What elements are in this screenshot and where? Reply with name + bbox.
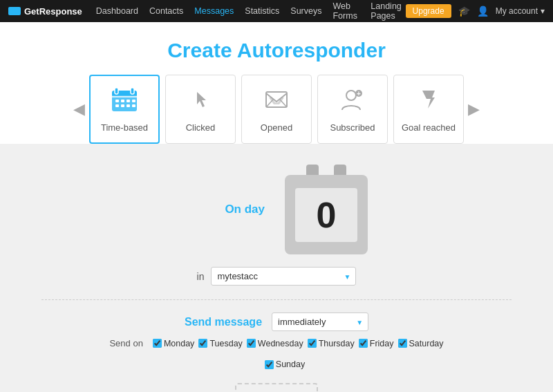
goal-reached-label: Goal reached [402, 122, 456, 133]
type-selector: Time-based Clicked Opened [89, 75, 464, 144]
day-saturday[interactable]: Saturday [398, 339, 444, 348]
opened-icon [263, 86, 290, 118]
nav-landing-pages[interactable]: Landing Pages [371, 1, 405, 21]
on-day-label: On day [182, 203, 265, 216]
tuesday-checkbox[interactable] [198, 339, 207, 348]
svg-rect-8 [132, 100, 135, 102]
send-message-select[interactable]: immediately at specific time [272, 312, 368, 331]
type-card-time-based[interactable]: Time-based [89, 75, 160, 144]
message-placeholder: 🖼 [235, 383, 318, 392]
day-thursday[interactable]: Thursday [308, 339, 355, 348]
send-message-row: Send message immediately at specific tim… [0, 312, 553, 331]
nav-surveys[interactable]: Surveys [290, 6, 321, 16]
clicked-icon [187, 86, 214, 118]
page-header: Create Autoresponder [0, 22, 553, 75]
account-label: My account [496, 6, 538, 16]
day-friday[interactable]: Friday [359, 339, 394, 348]
send-on-row-2: Sunday [0, 360, 553, 369]
logo-text: GetResponse [24, 6, 82, 17]
day-tuesday[interactable]: Tuesday [198, 339, 242, 348]
logo-icon [8, 7, 21, 15]
monday-checkbox[interactable] [153, 339, 162, 348]
svg-rect-11 [126, 104, 130, 107]
friday-checkbox[interactable] [359, 339, 368, 348]
day-wednesday[interactable]: Wednesday [247, 339, 303, 348]
type-card-goal-reached[interactable]: Goal reached [393, 75, 464, 144]
nav-messages[interactable]: Messages [194, 6, 234, 16]
svg-rect-2 [131, 88, 134, 94]
on-day-row: On day 0 [0, 165, 553, 254]
account-menu[interactable]: My account ▾ [496, 6, 545, 16]
nav-contacts[interactable]: Contacts [149, 6, 183, 16]
send-message-select-wrapper: immediately at specific time [272, 312, 368, 331]
next-arrow[interactable]: ▶ [464, 100, 484, 118]
send-message-label: Send message [185, 316, 262, 328]
svg-rect-1 [115, 88, 118, 94]
nav-webforms[interactable]: Web Forms [332, 1, 359, 21]
top-right-actions: Upgrade 🎓 👤 My account ▾ [406, 4, 545, 18]
clicked-label: Clicked [186, 122, 216, 133]
user-icon: 👤 [477, 6, 489, 17]
send-on-label: Send on [109, 338, 142, 348]
type-card-subscribed[interactable]: + Subscribed [317, 75, 388, 144]
thursday-checkbox[interactable] [308, 339, 317, 348]
svg-rect-3 [112, 95, 137, 111]
svg-rect-12 [132, 104, 135, 107]
in-label: in [197, 271, 205, 282]
saturday-checkbox[interactable] [398, 339, 407, 348]
section-divider [41, 299, 512, 300]
nav-dashboard[interactable]: Dashboard [96, 6, 138, 16]
time-based-icon [111, 86, 138, 118]
in-select-wrapper: mytestacc [211, 267, 356, 286]
prev-arrow[interactable]: ◀ [69, 100, 89, 118]
type-card-opened[interactable]: Opened [241, 75, 312, 144]
type-card-clicked[interactable]: Clicked [165, 75, 236, 144]
goal-reached-icon [415, 86, 442, 118]
cal-body: 0 [285, 175, 368, 254]
day-value: 0 [317, 194, 337, 236]
svg-rect-6 [121, 100, 124, 102]
form-area: On day 0 in mytestacc Send message [0, 144, 553, 392]
wednesday-checkbox[interactable] [247, 339, 256, 348]
upgrade-button[interactable]: Upgrade [406, 4, 451, 18]
svg-text:+: + [357, 90, 361, 97]
main-menu: Dashboard Contacts Messages Statistics S… [96, 1, 406, 21]
nav-statistics[interactable]: Statistics [245, 6, 279, 16]
page-title: Create Autoresponder [0, 39, 553, 62]
logo: GetResponse [8, 6, 82, 17]
svg-rect-5 [115, 100, 119, 102]
cal-inner: 0 [295, 188, 357, 242]
subscribed-label: Subscribed [330, 122, 375, 133]
time-based-label: Time-based [101, 122, 148, 133]
chevron-down-icon: ▾ [541, 6, 545, 16]
sunday-checkbox[interactable] [265, 360, 274, 369]
day-monday[interactable]: Monday [153, 339, 194, 348]
day-sunday[interactable]: Sunday [265, 360, 305, 369]
svg-rect-7 [126, 100, 130, 102]
svg-rect-13 [266, 92, 287, 107]
day-calendar: 0 [281, 165, 371, 254]
top-navigation: GetResponse Dashboard Contacts Messages … [0, 0, 553, 22]
graduation-icon: 🎓 [458, 6, 470, 17]
svg-point-14 [346, 91, 356, 100]
svg-rect-9 [115, 104, 119, 107]
subscribed-icon: + [339, 86, 366, 118]
type-selector-area: ◀ Time-bas [0, 75, 553, 144]
opened-label: Opened [261, 122, 292, 133]
send-on-row: Send on Monday Tuesday Wednesday Thursda… [0, 338, 553, 348]
svg-rect-10 [121, 104, 124, 107]
in-select[interactable]: mytestacc [211, 267, 356, 286]
in-row: in mytestacc [0, 267, 553, 286]
